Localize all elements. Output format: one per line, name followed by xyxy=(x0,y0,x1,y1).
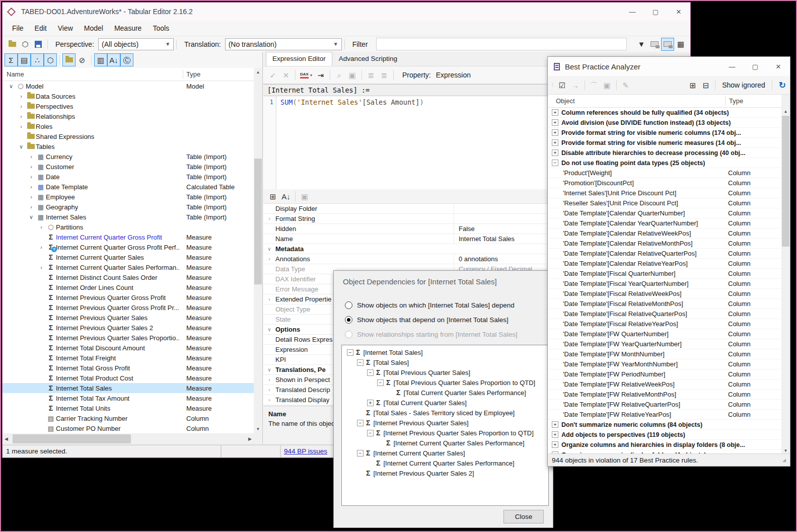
tree-row[interactable]: ΣInternet Previous Quarter Sales Proport… xyxy=(3,333,254,343)
bpa-item-row[interactable]: 'Product'[Weight]Column xyxy=(548,168,781,178)
comment-button[interactable]: ≣ xyxy=(365,68,378,82)
bpa-item-row[interactable]: 'Date Template'[Fiscal RelativeMonthPos]… xyxy=(548,299,781,309)
bp-issues-link[interactable]: 944 BP issues xyxy=(284,447,327,455)
tree-row[interactable]: ΣInternet Total Discount AmountMeasure xyxy=(3,343,254,353)
expand-box-icon[interactable]: + xyxy=(552,431,558,438)
bpa-column-type[interactable]: Type xyxy=(729,97,743,105)
uncomment-button[interactable]: ≣ xyxy=(378,68,391,82)
dependency-node[interactable]: −Σ[Internet Previous Quarter Sales Propo… xyxy=(342,428,548,438)
dax-formatter-button[interactable]: DAX▾ xyxy=(298,68,314,82)
bpa-item-row[interactable]: 'Date Template'[Fiscal YearQuarterNumber… xyxy=(548,279,781,289)
tree-row[interactable]: ›Relationships xyxy=(3,111,254,121)
find-button[interactable]: ⌕ xyxy=(333,68,346,82)
toggle-hierarchies[interactable]: ∴ xyxy=(31,53,44,66)
refresh-icon[interactable]: ↻ xyxy=(775,80,790,91)
tree-row[interactable]: ›▦GeographyTable (Import) xyxy=(3,202,254,212)
view-screens-button[interactable] xyxy=(648,38,661,51)
save-button[interactable] xyxy=(32,38,45,51)
filter-mode-button[interactable]: ▼ xyxy=(635,38,648,51)
tree-column-type[interactable]: Type xyxy=(186,70,200,78)
column-divider[interactable] xyxy=(725,96,726,106)
chevron-down-icon[interactable]: ∨ xyxy=(27,214,36,220)
chevron-right-icon[interactable]: › xyxy=(27,154,36,160)
collapse-box-icon[interactable]: − xyxy=(357,420,364,426)
chevron-down-icon[interactable]: ∨ xyxy=(263,246,275,252)
tree-row[interactable]: ›Σ?Internet Current Quarter Gross Profit… xyxy=(3,242,254,252)
dependency-node[interactable]: −Σ[Total Sales] xyxy=(342,357,548,367)
expand-box-icon[interactable]: + xyxy=(552,109,558,116)
chevron-right-icon[interactable]: › xyxy=(27,184,36,190)
tree-row[interactable]: ΣInternet Total UnitsMeasure xyxy=(3,403,254,413)
perspective-select[interactable]: (All objects) ▼ xyxy=(98,38,174,50)
tree-row[interactable]: ΣInternet Previous Quarter Gross Profit … xyxy=(3,302,254,313)
tree-row[interactable]: ›▦Date TemplateCalculated Table xyxy=(3,182,254,192)
bpa-rule-row[interactable]: +Column references should be fully quali… xyxy=(548,108,781,118)
tree-row[interactable]: ›▦CustomerTable (Import) xyxy=(3,162,254,172)
close-icon[interactable]: ✕ xyxy=(667,3,690,21)
tree-row[interactable]: ∨⬡ModelModel xyxy=(3,81,254,91)
tree-row[interactable]: ΣInternet Order Lines CountMeasure xyxy=(3,282,254,292)
tree-row[interactable]: ›⬡Partitions xyxy=(3,222,254,232)
maximize-icon[interactable]: ▢ xyxy=(744,57,767,76)
tab-advanced-scripting[interactable]: Advanced Scripting xyxy=(332,52,404,66)
dependency-node[interactable]: −Σ[Total Previous Quarter Sales Proporti… xyxy=(342,377,548,388)
tree-row[interactable]: Shared Expressions xyxy=(3,131,254,141)
tree-row[interactable]: ΣInternet Current Quarter SalesMeasure xyxy=(3,252,254,262)
property-value[interactable]: 0 annotations xyxy=(454,255,498,263)
menu-measure[interactable]: Measure xyxy=(109,24,147,32)
toggle-display-folders[interactable] xyxy=(62,53,76,66)
property-pages-button[interactable]: ▣ xyxy=(298,190,311,203)
bpa-rule-row[interactable]: +Provide format string for visible numer… xyxy=(548,138,781,148)
collapse-box-icon[interactable]: − xyxy=(367,369,374,376)
translation-select[interactable]: (No translation) ▼ xyxy=(225,38,342,50)
bpa-item-row[interactable]: 'Date Template'[FW RelativeYearPos]Colum… xyxy=(548,410,781,420)
tree-row[interactable]: ΣInternet Current Quarter Gross ProfitMe… xyxy=(3,232,254,242)
tree-row[interactable]: ΣInternet Previous Quarter Sales 2Measur… xyxy=(3,323,254,333)
chevron-right-icon[interactable]: › xyxy=(27,194,36,200)
bpa-item-row[interactable]: 'Date Template'[FW PeriodNumber]Column xyxy=(548,369,781,379)
dependency-node[interactable]: Σ[Total Current Quarter Sales Performanc… xyxy=(342,388,548,398)
tree-horizontal-scrollbar[interactable]: ◀ ▶ xyxy=(3,433,254,444)
tree-row[interactable]: ›Roles xyxy=(3,121,254,131)
scroll-down-icon[interactable]: ▼ xyxy=(254,427,262,431)
close-button[interactable]: Close xyxy=(503,510,544,523)
chevron-right-icon[interactable]: › xyxy=(27,204,36,210)
menu-edit[interactable]: Edit xyxy=(29,24,52,32)
toggle-sort-alphabetical[interactable]: A↓ xyxy=(107,53,120,66)
minimize-icon[interactable]: — xyxy=(621,3,644,21)
bpa-item-row[interactable]: 'Date Template'[Calendar YearQuarterNumb… xyxy=(548,218,781,229)
apply-fix-button[interactable]: ✎ xyxy=(619,79,632,92)
tree-row[interactable]: ΣInternet Previous Quarter Gross ProfitM… xyxy=(3,292,254,302)
toggle-measures[interactable]: Σ xyxy=(5,53,18,66)
script-fix-button[interactable]: ▣ xyxy=(601,79,614,92)
tree-column-name[interactable]: Name xyxy=(7,70,24,78)
bpa-item-row[interactable]: 'Date Template'[FW YearQuarterNumber]Col… xyxy=(548,339,781,349)
chevron-right-icon[interactable]: › xyxy=(17,123,26,129)
property-value[interactable]: Internet Total Sales xyxy=(454,235,515,243)
tree-row[interactable]: ›Perspectives xyxy=(3,101,254,111)
toggle-metadata-columns[interactable]: ▥ xyxy=(94,53,107,66)
categorized-button[interactable]: ⊞ xyxy=(266,190,279,203)
bpa-item-row[interactable]: 'Date Template'[FW QuarterNumber]Column xyxy=(548,329,781,339)
collapse-box-icon[interactable]: − xyxy=(377,379,384,386)
bpa-item-row[interactable]: 'Internet Sales'[Unit Price Discount Pct… xyxy=(548,188,781,198)
chevron-down-icon[interactable]: ∨ xyxy=(263,327,275,332)
menu-view[interactable]: View xyxy=(52,24,79,32)
expand-all-button[interactable]: ⊞ xyxy=(686,79,699,92)
chevron-right-icon[interactable]: › xyxy=(37,244,46,250)
filter-input[interactable] xyxy=(376,38,627,50)
scroll-up-icon[interactable]: ▲ xyxy=(781,109,790,114)
chevron-right-icon[interactable]: › xyxy=(37,264,46,270)
scroll-up-icon[interactable]: ▲ xyxy=(254,70,262,74)
collapse-box-icon[interactable]: − xyxy=(367,430,374,436)
menu-file[interactable]: File xyxy=(7,24,29,32)
view-screens-split-button[interactable] xyxy=(661,38,674,51)
dax-expression[interactable]: SUM('Internet Sales'[Sales Amount]) xyxy=(276,96,424,189)
expand-box-icon[interactable]: + xyxy=(552,139,558,146)
dependency-node[interactable]: −Σ[Total Previous Quarter Sales] xyxy=(342,367,548,377)
chevron-right-icon[interactable]: › xyxy=(263,296,275,302)
menu-tools[interactable]: Tools xyxy=(147,24,175,32)
bpa-item-row[interactable]: 'Promotion'[DiscountPct]Column xyxy=(548,178,781,188)
open-file-button[interactable] xyxy=(6,38,19,51)
bpa-item-row[interactable]: 'Date Template'[Fiscal RelativeYearPos]C… xyxy=(548,319,781,329)
